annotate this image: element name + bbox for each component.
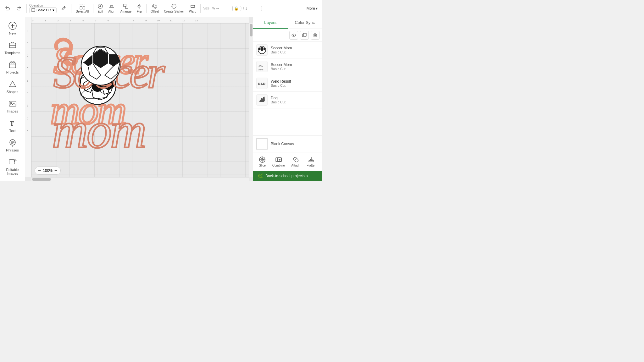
svg-rect-91 xyxy=(303,33,306,36)
sidebar-item-shapes[interactable]: Shapes xyxy=(2,77,24,96)
notification-text: Back-to-school projects a xyxy=(265,174,308,178)
combine-icon xyxy=(275,156,282,163)
more-chevron-icon: ▾ xyxy=(316,6,318,11)
operation-dropdown-icon: ▾ xyxy=(53,8,54,12)
panel-action-duplicate[interactable] xyxy=(300,31,309,40)
svg-rect-12 xyxy=(124,4,126,7)
more-button[interactable]: More ▾ xyxy=(305,5,319,12)
svg-text:mom: mom xyxy=(258,68,264,71)
soccer-ball xyxy=(80,45,121,86)
flip-button[interactable]: Flip xyxy=(135,3,144,14)
sidebar-phrases-label: Phrases xyxy=(6,148,19,152)
svg-text:T: T xyxy=(10,120,14,127)
zoom-in-button[interactable]: + xyxy=(54,168,57,173)
panel-action-delete[interactable] xyxy=(311,31,319,40)
svg-text:3: 3 xyxy=(70,19,71,22)
horizontal-scrollbar[interactable] xyxy=(31,177,249,181)
warp-button[interactable]: Warp xyxy=(187,3,198,14)
svg-text:18: 18 xyxy=(26,130,29,133)
align-button[interactable]: Align xyxy=(107,3,117,14)
sidebar-editable-images-label: Editable Images xyxy=(3,168,22,175)
svg-point-15 xyxy=(153,5,156,8)
layer-item[interactable]: DAD Weld Result Basic Cut xyxy=(253,75,322,92)
vertical-scrollbar[interactable] xyxy=(249,23,253,177)
svg-text:2: 2 xyxy=(57,19,59,22)
sidebar-item-projects[interactable]: Projects xyxy=(2,58,24,77)
layer-name-2: Soccer Mom xyxy=(271,63,319,67)
sidebar-item-templates[interactable]: Templates xyxy=(2,38,24,57)
sidebar-item-images[interactable]: Images xyxy=(2,97,24,116)
left-sidebar: New Templates Projects Shapes xyxy=(0,17,25,181)
layer-item[interactable]: Dog Basic Cut xyxy=(253,92,322,108)
layer-thumb-2: 𝒮𝒸𝒸 mom xyxy=(256,61,268,72)
vertical-scroll-thumb[interactable] xyxy=(250,24,253,36)
zoom-out-button[interactable]: − xyxy=(38,168,41,173)
sidebar-images-label: Images xyxy=(7,109,18,113)
panel-actions xyxy=(253,29,322,42)
svg-text:16: 16 xyxy=(26,105,29,107)
size-h-input[interactable]: H xyxy=(240,6,262,11)
sidebar-item-phrases[interactable]: Phrases xyxy=(2,136,24,155)
svg-text:13: 13 xyxy=(195,19,198,22)
warp-label: Warp xyxy=(189,10,197,13)
create-sticker-button[interactable]: Create Sticker xyxy=(163,3,186,14)
edit-pen-button[interactable] xyxy=(58,4,69,12)
horizontal-scroll-thumb[interactable] xyxy=(32,178,51,181)
layer-thumb-3: DAD xyxy=(256,78,268,89)
sidebar-item-text[interactable]: T Text xyxy=(2,116,24,135)
svg-text:4: 4 xyxy=(82,19,84,22)
layer-info-1: Soccer Mom Basic Cut xyxy=(271,46,319,54)
more-label: More xyxy=(307,6,315,11)
zoom-controls: − 100% + xyxy=(35,167,61,175)
layer-item[interactable]: Soccer Mom Basic Cut xyxy=(253,42,322,58)
svg-rect-2 xyxy=(80,4,82,6)
sidebar-item-editable-images[interactable]: Editable Images xyxy=(2,155,24,178)
notification-bar[interactable]: 🌿 Back-to-school projects a xyxy=(253,171,322,181)
tab-layers[interactable]: Layers xyxy=(253,17,288,29)
sidebar-item-upload[interactable]: Upload xyxy=(2,178,24,181)
sidebar-projects-label: Projects xyxy=(6,70,19,74)
offset-button[interactable]: Offset xyxy=(149,3,161,14)
panel-action-eye[interactable] xyxy=(289,31,298,40)
panel-tabs: Layers Color Sync xyxy=(253,17,322,29)
svg-line-34 xyxy=(16,160,16,160)
svg-text:8: 8 xyxy=(133,19,134,22)
redo-button[interactable] xyxy=(14,4,24,12)
canvas-viewport[interactable]: Soccer mom xyxy=(31,23,249,177)
sep1 xyxy=(26,4,27,13)
flatten-button[interactable]: Flatten xyxy=(305,155,318,168)
blank-canvas-item[interactable]: Blank Canvas xyxy=(253,135,322,152)
undo-button[interactable] xyxy=(3,4,13,12)
svg-point-16 xyxy=(153,4,157,8)
sidebar-item-new[interactable]: New xyxy=(2,19,24,38)
arrange-button[interactable]: Arrange xyxy=(119,3,133,14)
svg-text:mom: mom xyxy=(52,102,145,158)
edit-button[interactable]: Edit xyxy=(96,3,105,14)
size-w-input[interactable]: W xyxy=(211,6,233,11)
lock-icon[interactable]: 🔒 xyxy=(234,6,239,11)
select-all-label: Select All xyxy=(76,10,89,13)
tab-color-sync[interactable]: Color Sync xyxy=(288,17,322,29)
soccer-mom-text-thumb-icon: 𝒮𝒸𝒸 mom xyxy=(258,62,266,71)
layer-thumb-4 xyxy=(256,94,268,106)
svg-text:1: 1 xyxy=(45,19,46,22)
attach-button[interactable]: Attach xyxy=(290,155,301,168)
svg-text:5: 5 xyxy=(95,19,97,22)
svg-rect-4 xyxy=(80,7,82,9)
arrange-label: Arrange xyxy=(120,10,131,13)
sep2 xyxy=(71,4,71,13)
size-w-label: W xyxy=(212,7,215,10)
combine-button[interactable]: Combine xyxy=(271,155,286,168)
right-panel: Layers Color Sync xyxy=(253,17,322,181)
canvas-area[interactable]: 0 1 2 3 4 5 6 7 8 9 10 11 12 13 xyxy=(25,17,253,181)
operation-select[interactable]: Basic Cut ▾ xyxy=(29,7,57,13)
slice-button[interactable]: Slice xyxy=(258,155,267,168)
svg-text:𝒮𝒸𝒸: 𝒮𝒸𝒸 xyxy=(258,64,263,68)
layer-sub-3: Basic Cut xyxy=(271,84,319,87)
blank-canvas-label: Blank Canvas xyxy=(271,142,294,146)
svg-rect-92 xyxy=(314,34,316,37)
layer-item[interactable]: 𝒮𝒸𝒸 mom Soccer Mom Basic Cut xyxy=(253,58,322,75)
select-all-button[interactable]: Select All xyxy=(74,3,91,14)
sidebar-text-label: Text xyxy=(9,129,15,133)
svg-rect-33 xyxy=(9,160,15,164)
